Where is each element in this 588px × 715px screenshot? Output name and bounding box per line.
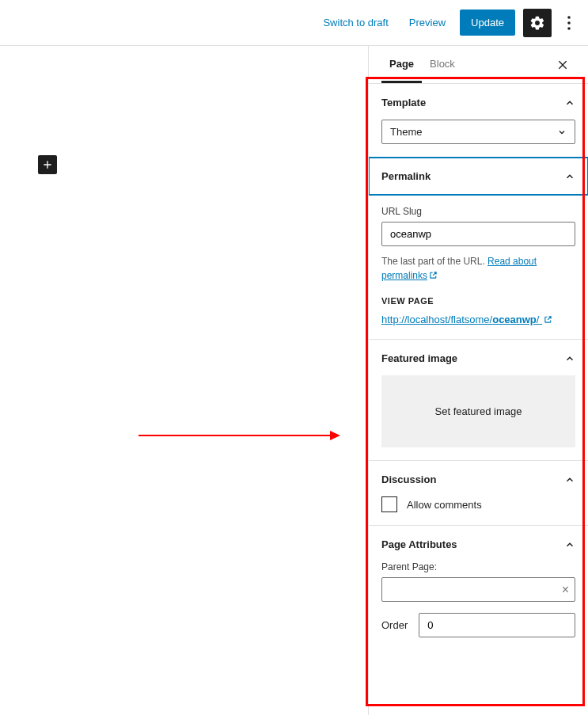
template-panel-toggle[interactable]: Template xyxy=(381,97,575,108)
external-link-icon xyxy=(544,314,552,326)
template-panel-title: Template xyxy=(381,97,426,108)
svg-point-1 xyxy=(567,21,571,25)
settings-sidebar: Page Block Template Theme xyxy=(368,46,588,715)
tab-block[interactable]: Block xyxy=(422,47,463,83)
chevron-up-icon xyxy=(564,539,575,550)
svg-marker-4 xyxy=(330,431,340,440)
parent-page-combobox[interactable] xyxy=(381,577,575,602)
editor-top-toolbar: Switch to draft Preview Update xyxy=(0,0,588,46)
external-link-icon xyxy=(429,269,438,283)
permalink-panel: Permalink URL Slug The last part of the … xyxy=(369,158,588,340)
settings-button[interactable] xyxy=(523,9,552,37)
more-options-button[interactable] xyxy=(560,9,579,37)
chevron-up-icon xyxy=(564,171,575,182)
chevron-up-icon xyxy=(564,97,575,108)
kebab-menu-icon xyxy=(567,16,571,30)
chevron-down-icon xyxy=(557,127,567,137)
chevron-up-icon xyxy=(564,474,575,485)
close-icon: × xyxy=(562,583,569,596)
template-select-value: Theme xyxy=(390,126,422,138)
discussion-panel-title: Discussion xyxy=(381,473,436,485)
discussion-panel: Discussion Allow comments xyxy=(369,461,588,526)
add-block-button[interactable] xyxy=(38,155,57,174)
permalink-help-text: The last part of the URL. Read about per… xyxy=(381,254,575,283)
svg-point-0 xyxy=(567,16,571,19)
view-page-heading: VIEW PAGE xyxy=(381,296,575,306)
close-icon xyxy=(556,59,569,71)
template-select[interactable]: Theme xyxy=(381,120,575,144)
chevron-up-icon xyxy=(564,353,575,364)
order-label: Order xyxy=(381,619,408,631)
gear-icon xyxy=(529,15,545,31)
discussion-panel-toggle[interactable]: Discussion xyxy=(381,473,575,485)
template-panel: Template Theme xyxy=(369,84,588,158)
featured-image-panel-title: Featured image xyxy=(381,352,457,364)
close-panel-button[interactable] xyxy=(550,52,575,78)
plus-icon xyxy=(41,158,54,171)
featured-image-panel-toggle[interactable]: Featured image xyxy=(381,352,575,364)
allow-comments-checkbox[interactable] xyxy=(381,496,397,512)
parent-page-clear-button[interactable]: × xyxy=(562,583,569,597)
preview-link[interactable]: Preview xyxy=(403,12,452,33)
featured-image-panel: Featured image Set featured image xyxy=(369,340,588,461)
page-attributes-panel-title: Page Attributes xyxy=(381,538,457,550)
set-featured-image-button[interactable]: Set featured image xyxy=(381,375,575,447)
order-input[interactable] xyxy=(419,613,575,637)
tab-page[interactable]: Page xyxy=(381,47,422,83)
permalink-panel-toggle[interactable]: Permalink xyxy=(369,158,588,195)
allow-comments-label[interactable]: Allow comments xyxy=(407,499,482,511)
url-slug-label: URL Slug xyxy=(381,206,575,217)
view-page-link[interactable]: http://localhost/flatsome/oceanwp/ xyxy=(381,314,552,326)
permalink-panel-title: Permalink xyxy=(381,170,431,182)
svg-point-2 xyxy=(567,27,571,30)
url-slug-input[interactable] xyxy=(381,222,575,246)
switch-to-draft-link[interactable]: Switch to draft xyxy=(317,12,394,33)
editor-canvas[interactable] xyxy=(0,46,368,715)
page-attributes-panel: Page Attributes Parent Page: × Order xyxy=(369,526,588,650)
parent-page-label: Parent Page: xyxy=(381,561,575,572)
update-button[interactable]: Update xyxy=(460,10,515,36)
annotation-arrow xyxy=(138,431,340,440)
page-attributes-panel-toggle[interactable]: Page Attributes xyxy=(381,538,575,550)
sidebar-tabs: Page Block xyxy=(369,46,588,84)
